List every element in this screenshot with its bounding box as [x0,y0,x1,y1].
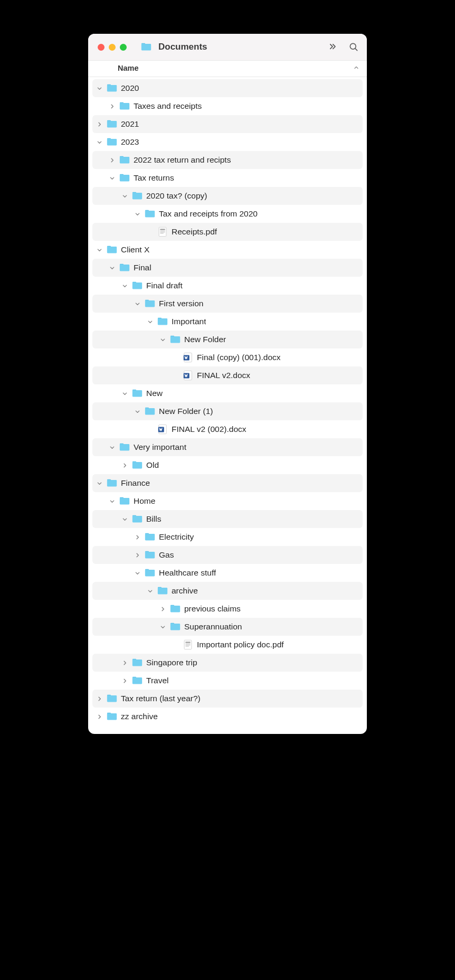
folder-icon [119,172,130,184]
folder-row[interactable]: Tax returns [92,169,363,187]
folder-row[interactable]: Tax return (last year?) [92,690,363,708]
folder-row[interactable]: Final [92,259,363,277]
chevron-down-icon[interactable] [96,246,103,253]
chevron-right-icon[interactable] [121,659,128,666]
chevron-right-icon[interactable] [134,533,141,541]
chevron-right-icon[interactable] [96,695,103,702]
column-header[interactable]: Name [88,60,367,77]
row-label: Important [172,317,206,326]
folder-row[interactable]: 2022 tax return and recipts [92,151,363,169]
chevron-down-icon[interactable] [108,444,116,451]
chevron-right-icon[interactable] [121,461,128,469]
fullscreen-button[interactable] [120,44,127,51]
row-label: Tax and receipts from 2020 [159,209,258,219]
folder-row[interactable]: archive [92,582,363,600]
row-label: 2023 [121,137,139,147]
file-row[interactable]: FINAL v2 (002).docx [92,420,363,438]
file-row[interactable]: Receipts.pdf [92,223,363,241]
row-label: Gas [159,550,174,560]
folder-row[interactable]: 2020 tax? (copy) [92,187,363,205]
folder-row[interactable]: Very important [92,438,363,456]
folder-row[interactable]: zz archive [92,708,363,725]
svg-rect-5 [160,232,165,232]
titlebar: Documents [88,34,367,60]
chevron-down-icon[interactable] [96,138,103,146]
folder-row[interactable]: Superannuation [92,618,363,636]
chevron-down-icon[interactable] [134,300,141,307]
folder-icon [119,100,130,112]
folder-row[interactable]: Travel [92,672,363,690]
chevron-down-icon[interactable] [134,210,141,218]
folder-row[interactable]: New Folder [92,331,363,348]
chevron-down-icon[interactable] [121,192,128,200]
chevron-down-icon[interactable] [159,623,166,630]
folder-row[interactable]: Finance [92,474,363,492]
chevron-down-icon[interactable] [108,264,116,271]
word-doc-icon [182,352,194,363]
folder-row[interactable]: Final draft [92,277,363,295]
folder-row[interactable]: First version [92,295,363,313]
column-name-label: Name [118,64,139,72]
folder-row[interactable]: New [92,384,363,402]
folder-icon [131,513,143,525]
search-button[interactable] [348,41,359,53]
chevron-down-icon[interactable] [146,587,154,595]
chevron-down-icon[interactable] [146,318,154,325]
chevron-down-icon[interactable] [96,479,103,487]
file-row[interactable]: Important policy doc.pdf [92,636,363,654]
folder-row[interactable]: Gas [92,546,363,564]
pdf-doc-icon [182,639,194,651]
folder-icon [131,190,143,202]
row-label: Taxes and receipts [134,101,202,111]
chevron-down-icon[interactable] [108,174,116,182]
folder-row[interactable]: previous claims [92,600,363,618]
chevron-right-icon[interactable] [121,677,128,684]
chevron-down-icon[interactable] [121,282,128,289]
chevron-down-icon[interactable] [134,408,141,415]
row-label: Very important [134,442,186,452]
close-button[interactable] [98,44,105,51]
chevron-down-icon[interactable] [121,515,128,523]
folder-row[interactable]: Important [92,313,363,331]
chevron-right-icon[interactable] [134,551,141,559]
chevron-right-icon[interactable] [96,713,103,720]
window-controls [98,44,127,51]
row-label: Superannuation [184,622,242,632]
chevron-right-icon[interactable] [108,102,116,110]
folder-row[interactable]: New Folder (1) [92,402,363,420]
row-label: New [146,389,163,398]
folder-icon [106,82,118,94]
chevron-down-icon[interactable] [159,336,166,343]
chevron-right-icon[interactable] [159,605,166,612]
folder-row[interactable]: Healthcare stuff [92,564,363,582]
svg-rect-4 [160,231,165,231]
folder-row[interactable]: 2023 [92,133,363,151]
folder-row[interactable]: 2020 [92,79,363,97]
file-row[interactable]: FINAL v2.docx [92,366,363,384]
chevron-down-icon[interactable] [121,390,128,397]
folder-icon [144,549,156,561]
file-row[interactable]: Final (copy) (001).docx [92,348,363,366]
row-label: Tax return (last year?) [121,694,201,703]
folder-icon [131,280,143,291]
minimize-button[interactable] [109,44,116,51]
folder-row[interactable]: Tax and receipts from 2020 [92,205,363,223]
row-label: Travel [146,676,169,685]
chevron-down-icon[interactable] [108,497,116,505]
chevron-right-icon[interactable] [108,156,116,164]
folder-row[interactable]: Old [92,456,363,474]
folder-row[interactable]: Home [92,492,363,510]
folder-row[interactable]: Client X [92,241,363,259]
folder-icon [106,477,118,489]
chevron-right-icon[interactable] [96,120,103,128]
row-label: Old [146,460,159,470]
folder-icon [106,711,118,722]
folder-row[interactable]: Electricity [92,528,363,546]
overflow-button[interactable] [327,41,338,53]
chevron-down-icon[interactable] [96,84,103,92]
chevron-down-icon[interactable] [134,569,141,577]
folder-row[interactable]: Bills [92,510,363,528]
folder-row[interactable]: Taxes and receipts [92,97,363,115]
folder-row[interactable]: 2021 [92,115,363,133]
folder-row[interactable]: Singapore trip [92,654,363,672]
